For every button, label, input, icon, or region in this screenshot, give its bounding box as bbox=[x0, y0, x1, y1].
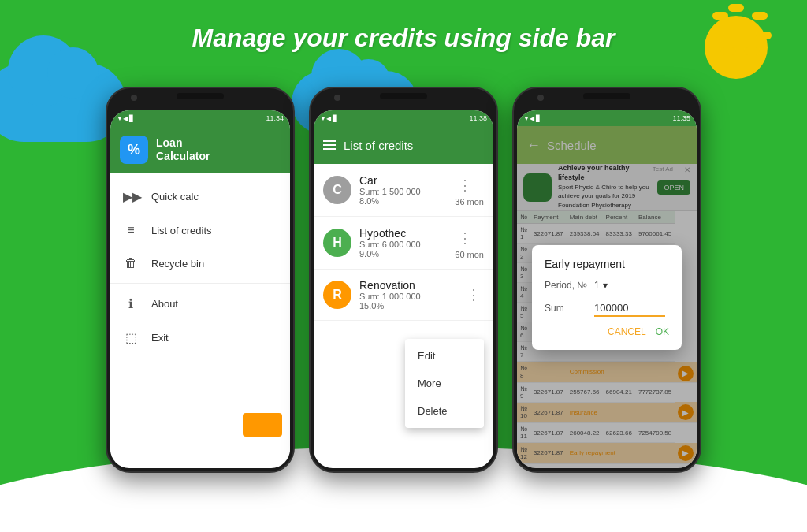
credit-name-renovation: Renovation bbox=[359, 279, 463, 292]
credit-item-car[interactable]: C Car Sum: 1 500 000 8.0% ⋮ 36 mon bbox=[314, 164, 493, 217]
credit-percent-car: 8.0% bbox=[359, 196, 455, 206]
early-repayment-dialog-overlay: Early repayment Period, № 1 ▾ Sum bbox=[517, 126, 697, 468]
credit-sum-car: Sum: 1 500 000 bbox=[359, 187, 455, 196]
sidebar-item-about[interactable]: ℹ About bbox=[110, 287, 290, 321]
phone-1-notch bbox=[177, 93, 224, 99]
credit-avatar-hypothec: H bbox=[323, 229, 351, 257]
phone-3-camera bbox=[537, 95, 544, 101]
exit-icon: ⬚ bbox=[123, 330, 139, 345]
phone-3-time: 11:35 bbox=[672, 114, 690, 122]
credit-duration-hypothec: ⋮ 60 mon bbox=[455, 226, 484, 259]
credit-info-car: Car Sum: 1 500 000 8.0% bbox=[359, 174, 455, 206]
sidebar-item-exit[interactable]: ⬚ Exit bbox=[110, 321, 290, 355]
credit-info-hypothec: Hypothec Sum: 6 000 000 9.0% bbox=[359, 227, 455, 259]
more-icon-hypothec[interactable]: ⋮ bbox=[455, 226, 484, 250]
phone-3-screen: ▼◀ ▊ 11:35 ← Schedule Test Ad ✕ Achieve … bbox=[517, 110, 697, 468]
sidebar-menu: ▶▶ Quick calc ≡ List of credits 🗑 Recycl… bbox=[110, 173, 290, 452]
dialog-actions: CANCEL OK bbox=[545, 326, 669, 337]
list-of-credits-title: List of credits bbox=[344, 139, 413, 152]
cancel-button[interactable]: CANCEL bbox=[608, 326, 646, 337]
credit-item-hypothec[interactable]: H Hypothec Sum: 6 000 000 9.0% ⋮ 60 mon bbox=[314, 217, 493, 270]
sidebar-item-label: About bbox=[151, 298, 178, 310]
context-menu-more[interactable]: More bbox=[405, 370, 484, 397]
phone-3-status-bar: ▼◀ ▊ 11:35 bbox=[517, 110, 697, 126]
phone-1-camera bbox=[131, 95, 137, 101]
hamburger-menu-icon[interactable] bbox=[323, 140, 336, 150]
phone-3-content: ← Schedule Test Ad ✕ Achieve your health… bbox=[517, 126, 697, 468]
dialog-sum-label: Sum bbox=[545, 303, 588, 314]
credit-percent-renovation: 15.0% bbox=[359, 301, 463, 311]
phone-1: ▼◀ ▊ 11:34 % Loan Calculator bbox=[106, 87, 295, 473]
period-dropdown[interactable]: 1 ▾ bbox=[594, 280, 608, 291]
more-icon-renovation[interactable]: ⋮ bbox=[463, 283, 484, 307]
headline: Manage your credits using side bar bbox=[0, 24, 807, 53]
phone-1-time: 11:34 bbox=[266, 114, 284, 122]
phone-1-header: % Loan Calculator bbox=[110, 126, 290, 173]
sidebar-divider bbox=[110, 283, 290, 284]
app-title: Loan Calculator bbox=[156, 136, 210, 163]
dialog-period-row: Period, № 1 ▾ bbox=[545, 280, 669, 291]
sum-input[interactable] bbox=[594, 300, 665, 317]
phone-1-status-bar: ▼◀ ▊ 11:34 bbox=[110, 110, 290, 126]
sidebar-menu-list: ▶▶ Quick calc ≡ List of credits 🗑 Recycl… bbox=[110, 173, 290, 361]
phones-container: ▼◀ ▊ 11:34 % Loan Calculator bbox=[0, 87, 807, 473]
context-menu-delete[interactable]: Delete bbox=[405, 397, 484, 425]
more-icon-car[interactable]: ⋮ bbox=[455, 173, 484, 197]
phone-3: ▼◀ ▊ 11:35 ← Schedule Test Ad ✕ Achieve … bbox=[512, 87, 701, 473]
quick-calc-icon: ▶▶ bbox=[123, 189, 139, 204]
trash-icon: 🗑 bbox=[123, 256, 139, 270]
phone-2-notch bbox=[380, 93, 427, 99]
early-repayment-dialog: Early repayment Period, № 1 ▾ Sum bbox=[532, 245, 682, 350]
phone-2: ▼◀ ▊ 11:38 List of credits C Car Sum: 1 … bbox=[309, 87, 498, 473]
credit-actions-renovation: ⋮ bbox=[463, 283, 484, 307]
credit-sum-renovation: Sum: 1 000 000 bbox=[359, 292, 463, 301]
sidebar-item-recycle-bin[interactable]: 🗑 Recycle bin bbox=[110, 247, 290, 280]
phone-2-time: 11:38 bbox=[469, 114, 487, 122]
sidebar-item-label: Quick calc bbox=[151, 191, 199, 203]
list-credits-icon: ≡ bbox=[123, 223, 139, 237]
duration-hypothec: 60 mon bbox=[455, 250, 484, 259]
dialog-sum-row: Sum bbox=[545, 300, 669, 317]
credit-name-car: Car bbox=[359, 174, 455, 187]
info-icon: ℹ bbox=[123, 296, 139, 311]
credit-item-renovation[interactable]: R Renovation Sum: 1 000 000 15.0% ⋮ bbox=[314, 270, 493, 321]
context-menu: Edit More Delete bbox=[405, 339, 484, 428]
phone-2-screen: ▼◀ ▊ 11:38 List of credits C Car Sum: 1 … bbox=[314, 110, 493, 468]
phone-1-content: % Loan Calculator ▶▶ Quick calc bbox=[110, 126, 290, 468]
phone-2-header: List of credits bbox=[314, 126, 493, 164]
orange-button[interactable] bbox=[243, 413, 282, 437]
dialog-period-label: Period, № bbox=[545, 280, 588, 291]
ok-button[interactable]: OK bbox=[656, 326, 669, 337]
credit-info-renovation: Renovation Sum: 1 000 000 15.0% bbox=[359, 279, 463, 311]
period-value: 1 bbox=[594, 280, 600, 291]
sidebar-item-label: Recycle bin bbox=[151, 258, 204, 270]
credit-name-hypothec: Hypothec bbox=[359, 227, 455, 240]
phone-2-content: List of credits C Car Sum: 1 500 000 8.0… bbox=[314, 126, 493, 468]
credit-avatar-renovation: R bbox=[323, 281, 351, 309]
context-menu-edit[interactable]: Edit bbox=[405, 342, 484, 370]
sidebar-item-label: List of credits bbox=[151, 225, 212, 236]
credit-percent-hypothec: 9.0% bbox=[359, 249, 455, 259]
phone-3-notch bbox=[583, 93, 630, 99]
sidebar-item-list-credits[interactable]: ≡ List of credits bbox=[110, 214, 290, 247]
chevron-down-icon: ▾ bbox=[603, 280, 608, 291]
sidebar-item-label: Exit bbox=[151, 332, 169, 344]
credit-sum-hypothec: Sum: 6 000 000 bbox=[359, 240, 455, 249]
phone-2-camera bbox=[334, 95, 340, 101]
credit-duration-car: ⋮ 36 mon bbox=[455, 173, 484, 206]
duration-car: 36 mon bbox=[455, 197, 484, 206]
dialog-title: Early repayment bbox=[545, 258, 669, 270]
loan-calculator-logo: % bbox=[120, 136, 148, 164]
phone-1-screen: ▼◀ ▊ 11:34 % Loan Calculator bbox=[110, 110, 290, 468]
credit-avatar-car: C bbox=[323, 176, 351, 204]
sidebar-item-quick-calc[interactable]: ▶▶ Quick calc bbox=[110, 180, 290, 214]
phone-2-status-bar: ▼◀ ▊ 11:38 bbox=[314, 110, 493, 126]
